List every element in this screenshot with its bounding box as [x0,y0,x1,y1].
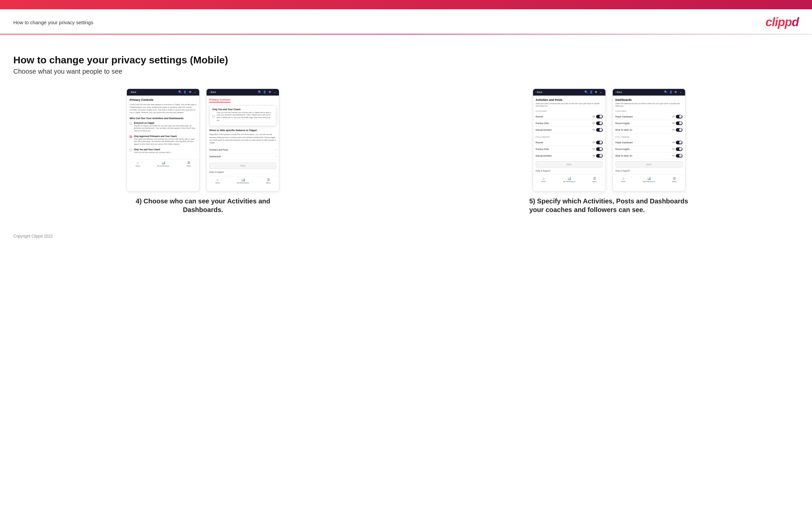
left-section: ‹ Back 🔍 👤 ⚙ ⌄ Privacy Controls Control … [13,89,393,214]
nav-performance-label3: My Performance [563,180,575,182]
nav-menu4[interactable]: ☰ Menu [672,176,676,182]
option-approved[interactable]: Only Approved Followers and Your Coach O… [130,135,197,146]
toggle-followers-work: What To Work On ON [615,153,682,159]
option-approved-label: Only Approved Followers and Your Coach [134,135,197,137]
screen1-desc: Control how you and your data appears to… [130,103,197,114]
toggle-coaches-insights-switch[interactable]: ON [672,121,682,125]
switch-coaches-manual[interactable] [596,128,603,132]
nav-performance3[interactable]: 📊 My Performance [563,176,575,182]
more-icon4[interactable]: ⌄ [679,91,682,94]
screen3-save-btn[interactable]: Save [536,161,603,168]
screen1-content: Privacy Controls Control how you and you… [127,96,199,159]
toggle-followers-player: Player Dashboard ON [615,139,682,146]
toggle-followers-insights-switch[interactable]: ON [672,147,682,151]
nav-home[interactable]: ⌂ Home [136,161,140,167]
profile-icon3[interactable]: 👤 [590,91,593,94]
nav-menu3[interactable]: ☰ Menu [593,176,597,182]
screen3-coaches-label: COACHES [536,110,603,112]
settings-icon4[interactable]: ⚙ [674,91,677,94]
toggle-followers-manual-switch[interactable]: ON [593,154,603,158]
nav-home3[interactable]: ⌂ Home [542,176,546,182]
menu-dashboards[interactable]: Dashboards › [209,153,276,160]
toggle-coaches-drills-switch[interactable]: ON [593,121,603,125]
header-divider [0,34,812,35]
option-you-coach[interactable]: Only You and Your Coach Only you and the… [130,148,197,154]
nav-performance-label: My Performance [157,165,169,167]
switch-followers-work[interactable] [676,154,682,158]
switch-coaches-player[interactable] [676,115,682,118]
screen3-header: ‹ Back 🔍 👤 ⚙ ⌄ [533,89,605,96]
nav-menu[interactable]: ☰ Menu [187,161,191,167]
toggle-coaches-manual-switch[interactable]: ON [593,128,603,132]
nav-performance-label4: My Performance [643,180,655,182]
profile-icon2[interactable]: 👤 [263,91,266,94]
logo: clippd [765,15,799,29]
option-everyone[interactable]: Everyone on Clippd Anyone on Clippd can … [130,122,197,132]
more-icon2[interactable]: ⌄ [273,91,276,94]
option-approved-desc: Only approved followers and coaches you … [134,138,197,146]
screen4-back[interactable]: ‹ Back [615,91,622,93]
nav-home-label: Home [136,165,140,167]
screen2-back[interactable]: ‹ Back [209,91,216,93]
toggle-followers-drills-switch[interactable]: ON [593,147,603,151]
nav-menu-label4: Menu [672,180,676,182]
nav-performance4[interactable]: 📊 My Performance [643,176,655,182]
nav-home2[interactable]: ⌂ Home [215,178,219,184]
screen2-mockup: ‹ Back 🔍 👤 ⚙ ⌄ Privacy Controls [206,89,279,191]
menu-icon: ☰ [187,161,190,165]
settings-icon[interactable]: ⚙ [188,91,192,94]
nav-performance2[interactable]: 📊 My Performance [237,178,249,184]
switch-coaches-rounds[interactable] [596,115,603,118]
radio-approved [130,135,132,138]
toggle-followers-rounds-switch[interactable]: ON [593,141,603,144]
switch-followers-drills[interactable] [596,147,603,151]
switch-coaches-insights[interactable] [676,121,682,125]
search-icon3[interactable]: 🔍 [585,91,588,94]
menu-activities[interactable]: Activities and Posts › [209,147,276,153]
followers-insights-label: Round Insights [615,148,630,150]
more-icon[interactable]: ⌄ [193,91,197,94]
switch-followers-insights[interactable] [676,147,682,151]
switch-followers-player[interactable] [676,141,682,144]
toggle-coaches-work-switch[interactable]: ON [672,128,682,132]
home-icon4: ⌂ [622,176,624,180]
toggle-coaches-rounds-switch[interactable]: ON [593,115,603,118]
toggle-followers-work-switch[interactable]: ON [672,154,682,158]
profile-icon4[interactable]: 👤 [669,91,672,94]
nav-home4[interactable]: ⌂ Home [621,176,626,182]
screen4-mockup: ‹ Back 🔍 👤 ⚙ ⌄ Dashboards Select the das… [612,89,686,191]
breadcrumb: How to change your privacy settings [13,19,93,25]
screen4-title: Dashboards [615,98,682,102]
chevron-activities: › [276,148,276,151]
screen1-back[interactable]: ‹ Back [130,91,136,93]
profile-icon[interactable]: 👤 [183,91,187,94]
screen3-back[interactable]: ‹ Back [536,91,542,93]
search-icon2[interactable]: 🔍 [258,91,261,94]
search-icon[interactable]: 🔍 [179,91,182,94]
screen2-tab[interactable]: Privacy Controls [209,98,231,103]
nav-menu2[interactable]: ☰ Menu [266,178,271,184]
screen4-save-btn[interactable]: Save [615,161,682,168]
screen2-header: ‹ Back 🔍 👤 ⚙ ⌄ [207,89,279,96]
switch-coaches-drills[interactable] [596,121,603,125]
nav-performance[interactable]: 📊 My Performance [157,161,169,167]
toggle-coaches-player-switch[interactable]: ON [672,115,682,118]
screen4-desc: Select the dashboards that you'd like to… [615,103,682,108]
settings-icon3[interactable]: ⚙ [595,91,598,94]
right-section: ‹ Back 🔍 👤 ⚙ ⌄ Activities and Posts Sele… [419,89,799,214]
search-icon4[interactable]: 🔍 [664,91,667,94]
screen4-help: Help & Support [615,170,682,172]
toggle-followers-insights: Round Insights ON [615,146,682,153]
screen2-save-btn[interactable]: Save [209,163,276,169]
switch-coaches-work[interactable] [676,128,682,132]
option-you-coach-desc: Only you and the coaches you connect wit… [134,151,171,154]
followers-manual-label: Manual Activities [536,155,552,157]
toggle-followers-player-switch[interactable]: ON [672,141,682,144]
more-icon3[interactable]: ⌄ [600,91,603,94]
switch-followers-manual[interactable] [596,154,603,158]
screen2-dropdown-card: Only You and Your Coach Only you and the… [209,105,276,126]
screen3-title: Activities and Posts [536,98,603,102]
nav-performance-label2: My Performance [237,182,249,184]
settings-icon2[interactable]: ⚙ [268,91,271,94]
switch-followers-rounds[interactable] [596,141,603,144]
